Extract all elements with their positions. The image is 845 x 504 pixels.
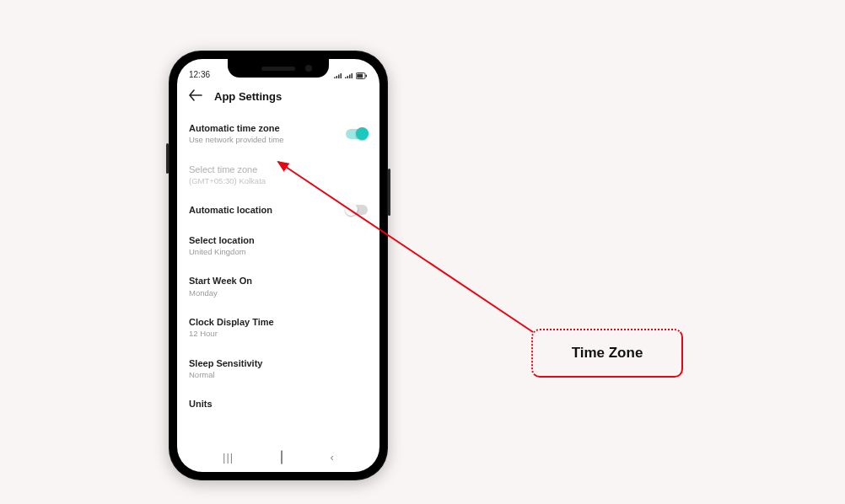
app-bar: App Settings <box>177 81 379 110</box>
setting-subtext: Normal <box>189 370 368 380</box>
setting-select-time-zone: Select time zone (GMT+05:30) Kolkata <box>189 155 368 196</box>
status-time: 12:36 <box>189 70 210 79</box>
signal-icon-2 <box>345 72 353 79</box>
setting-label: Select location <box>189 234 368 246</box>
settings-list: Automatic time zone Use network provided… <box>177 110 379 422</box>
setting-subtext: Monday <box>189 288 368 298</box>
toggle-automatic-location[interactable] <box>346 205 368 215</box>
page-title: App Settings <box>214 90 282 103</box>
status-icons <box>334 72 368 79</box>
android-nav-bar: ||| ‹ <box>177 451 379 464</box>
setting-label: Automatic time zone <box>189 122 346 134</box>
svg-rect-2 <box>366 75 368 78</box>
setting-automatic-time-zone[interactable]: Automatic time zone Use network provided… <box>189 114 368 155</box>
phone-frame: 12:36 App Settings Au <box>169 51 388 480</box>
signal-icon <box>334 72 342 79</box>
setting-label: Clock Display Time <box>189 316 368 328</box>
setting-clock-display-time[interactable]: Clock Display Time 12 Hour <box>189 308 368 349</box>
setting-subtext: (GMT+05:30) Kolkata <box>189 176 368 186</box>
setting-sleep-sensitivity[interactable]: Sleep Sensitivity Normal <box>189 349 368 390</box>
nav-home-icon[interactable] <box>281 451 283 464</box>
setting-units[interactable]: Units <box>189 389 368 419</box>
setting-automatic-location[interactable]: Automatic location <box>189 196 368 225</box>
setting-label: Units <box>189 398 368 410</box>
setting-select-location[interactable]: Select location United Kingdom <box>189 226 368 267</box>
phone-notch <box>228 59 329 78</box>
nav-recent-icon[interactable]: ||| <box>223 451 234 464</box>
svg-rect-1 <box>357 74 363 78</box>
setting-start-week-on[interactable]: Start Week On Monday <box>189 266 368 308</box>
setting-subtext: United Kingdom <box>189 247 368 257</box>
setting-subtext: 12 Hour <box>189 329 368 339</box>
setting-subtext: Use network provided time <box>189 135 346 145</box>
setting-label: Sleep Sensitivity <box>189 357 368 369</box>
callout-label: Time Zone <box>531 329 683 378</box>
nav-back-icon[interactable]: ‹ <box>331 451 334 464</box>
annotation-arrow <box>0 0 845 504</box>
setting-label: Select time zone <box>189 164 368 175</box>
setting-label: Start Week On <box>189 275 368 287</box>
toggle-automatic-time-zone[interactable] <box>346 129 368 139</box>
battery-icon <box>356 72 368 79</box>
setting-label: Automatic location <box>189 204 346 216</box>
back-arrow-icon[interactable] <box>189 89 202 104</box>
phone-screen: 12:36 App Settings Au <box>177 59 379 472</box>
callout-time-zone: Time Zone <box>531 329 683 378</box>
